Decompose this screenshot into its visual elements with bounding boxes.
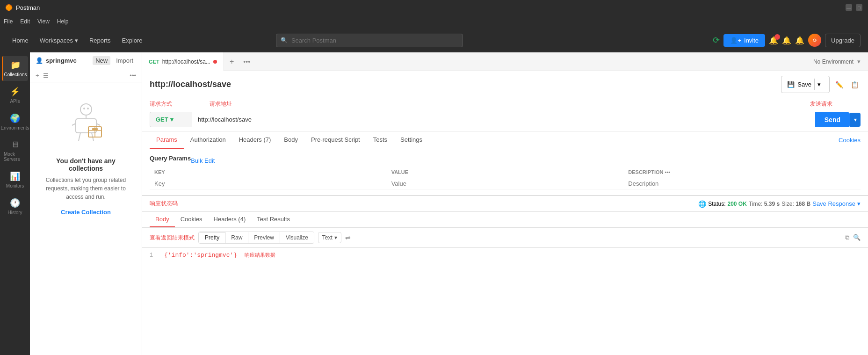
key-header: KEY bbox=[150, 167, 387, 178]
more-options-icon[interactable]: ••• bbox=[130, 72, 136, 79]
sidebar-item-environments[interactable]: 🌍 Environments bbox=[2, 109, 28, 134]
format-visualize-button[interactable]: Visualize bbox=[280, 232, 314, 243]
sidebar-item-mock-servers[interactable]: 🖥 Mock Servers bbox=[2, 136, 28, 166]
tab-tests[interactable]: Tests bbox=[367, 131, 394, 149]
mock-servers-icon: 🖥 bbox=[11, 140, 19, 150]
wrap-icon[interactable]: ⇌ bbox=[345, 234, 351, 241]
search-input[interactable] bbox=[276, 34, 463, 47]
table-row bbox=[150, 178, 861, 189]
resp-tab-cookies[interactable]: Cookies bbox=[175, 212, 208, 227]
sidebar-item-monitors[interactable]: 📊 Monitors bbox=[2, 167, 28, 192]
menu-file[interactable]: File bbox=[4, 18, 13, 25]
search-icon: 🔍 bbox=[281, 37, 288, 43]
save-button[interactable]: 💾 Save ▾ bbox=[781, 76, 830, 93]
search-response-icon[interactable]: 🔍 bbox=[853, 234, 861, 241]
more-icon[interactable]: ••• bbox=[665, 169, 671, 175]
svg-point-0 bbox=[80, 104, 92, 115]
notes-icon[interactable]: 📋 bbox=[849, 79, 861, 90]
topnav-explore[interactable]: Explore bbox=[117, 34, 147, 47]
titlebar: 🔶 Postman — □ bbox=[0, 0, 868, 15]
history-icon: 🕐 bbox=[10, 198, 20, 208]
annotations-row: 请求方式 请求地址 发送请求 bbox=[142, 98, 868, 108]
filter-icon[interactable]: ☰ bbox=[43, 72, 49, 79]
maximize-button[interactable]: □ bbox=[856, 4, 862, 11]
response-area: 响应状态码 🌐 Status: 200 OK Time: 5.39 s Size… bbox=[142, 195, 868, 262]
description-header: DESCRIPTION ••• bbox=[623, 167, 861, 178]
sidebar-header-actions: New Import bbox=[93, 56, 136, 65]
menu-view[interactable]: View bbox=[37, 18, 50, 25]
topnav: Home Workspaces ▾ Reports Explore 🔍 ⟳ 👤+… bbox=[0, 28, 868, 52]
import-button[interactable]: Import bbox=[113, 56, 136, 65]
invite-icon: 👤+ bbox=[730, 37, 741, 44]
edit-icon[interactable]: ✏️ bbox=[833, 79, 845, 90]
tab-pre-request-script[interactable]: Pre-request Script bbox=[304, 131, 367, 149]
tab-get-request[interactable]: GET http://localhost/sa... bbox=[142, 52, 224, 71]
url-input[interactable] bbox=[192, 112, 815, 127]
annotation-data: 响应结果数据 bbox=[245, 253, 275, 258]
new-button[interactable]: New bbox=[93, 56, 110, 65]
upgrade-button[interactable]: Upgrade bbox=[825, 34, 861, 47]
sidebar-item-apis[interactable]: ⚡ APIs bbox=[2, 83, 28, 108]
save-dropdown-icon[interactable]: ▾ bbox=[814, 79, 824, 90]
key-input[interactable] bbox=[154, 180, 382, 187]
invite-button[interactable]: 👤+ Invite bbox=[723, 34, 765, 47]
format-preview-button[interactable]: Preview bbox=[248, 232, 280, 243]
add-tab-button[interactable]: + bbox=[224, 58, 239, 66]
app-icon: 🔶 bbox=[6, 4, 12, 11]
menu-edit[interactable]: Edit bbox=[20, 18, 30, 25]
svg-rect-12 bbox=[92, 128, 98, 130]
tab-body[interactable]: Body bbox=[277, 131, 304, 149]
avatar[interactable]: ⟳ bbox=[808, 34, 821, 47]
apis-icon: ⚡ bbox=[10, 87, 20, 97]
resp-tab-test-results[interactable]: Test Results bbox=[251, 212, 296, 227]
menu-help[interactable]: Help bbox=[57, 18, 69, 25]
format-pretty-button[interactable]: Pretty bbox=[199, 232, 225, 243]
time-label: Time: 5.39 s bbox=[749, 201, 780, 207]
topnav-home[interactable]: Home bbox=[7, 34, 33, 47]
sidebar-item-history[interactable]: 🕐 History bbox=[2, 194, 28, 219]
sidebar-header: 👤 springmvc New Import bbox=[30, 52, 142, 69]
tab-authorization[interactable]: Authorization bbox=[184, 131, 232, 149]
description-input[interactable] bbox=[628, 180, 856, 187]
sync-icon[interactable]: ⟳ bbox=[713, 35, 720, 45]
bell-icon[interactable]: 🔔 bbox=[795, 36, 804, 45]
request-tabs: Params Authorization Headers (7) Body Pr… bbox=[142, 131, 868, 149]
bulk-edit-button[interactable]: Bulk Edit bbox=[191, 157, 215, 164]
empty-title: You don't have any collections bbox=[39, 157, 132, 172]
create-collection-button[interactable]: Create Collection bbox=[61, 209, 111, 216]
add-collection-icon[interactable]: + bbox=[36, 72, 39, 79]
value-input[interactable] bbox=[391, 180, 619, 187]
cookies-link[interactable]: Cookies bbox=[839, 137, 861, 144]
svg-point-2 bbox=[87, 108, 89, 109]
menubar: File Edit View Help bbox=[0, 15, 868, 28]
resp-tab-body[interactable]: Body bbox=[150, 212, 175, 227]
collections-label: Collections bbox=[4, 72, 27, 77]
size-label: Size: 168 B bbox=[781, 201, 810, 207]
alert-icon[interactable]: 🔔 bbox=[782, 36, 791, 45]
format-raw-button[interactable]: Raw bbox=[225, 232, 248, 243]
send-button[interactable]: Send bbox=[815, 112, 850, 127]
globe-icon[interactable]: 🌐 bbox=[698, 200, 706, 208]
save-response-button[interactable]: Save Response ▾ bbox=[812, 200, 861, 207]
main-content: GET http://localhost/sa... + ••• No Envi… bbox=[142, 52, 868, 355]
chevron-down-icon: ▾ bbox=[75, 37, 78, 44]
tab-more-button[interactable]: ••• bbox=[239, 58, 254, 65]
minimize-button[interactable]: — bbox=[846, 4, 852, 11]
tab-settings[interactable]: Settings bbox=[394, 131, 429, 149]
annotation-method: 请求方式 bbox=[150, 100, 172, 108]
tab-headers[interactable]: Headers (7) bbox=[232, 131, 278, 149]
resp-tab-headers[interactable]: Headers (4) bbox=[208, 212, 252, 227]
topnav-reports[interactable]: Reports bbox=[85, 34, 116, 47]
copy-icon[interactable]: ⧉ bbox=[845, 234, 849, 241]
notifications-icon[interactable]: 🔔 bbox=[769, 36, 778, 45]
send-dropdown-button[interactable]: ▾ bbox=[850, 113, 861, 127]
sidebar-item-collections[interactable]: 📁 Collections bbox=[2, 56, 28, 81]
topnav-workspaces[interactable]: Workspaces ▾ bbox=[35, 34, 83, 47]
save-response-dropdown-icon: ▾ bbox=[857, 200, 861, 207]
environment-dropdown-icon[interactable]: ▾ bbox=[857, 58, 861, 65]
tab-params[interactable]: Params bbox=[150, 131, 184, 149]
text-select[interactable]: Text ▾ bbox=[318, 232, 341, 243]
format-btn-group: Pretty Raw Preview Visualize bbox=[198, 232, 314, 244]
annotation-send: 发送请求 bbox=[810, 100, 832, 108]
method-select[interactable]: GET ▾ bbox=[150, 112, 192, 127]
